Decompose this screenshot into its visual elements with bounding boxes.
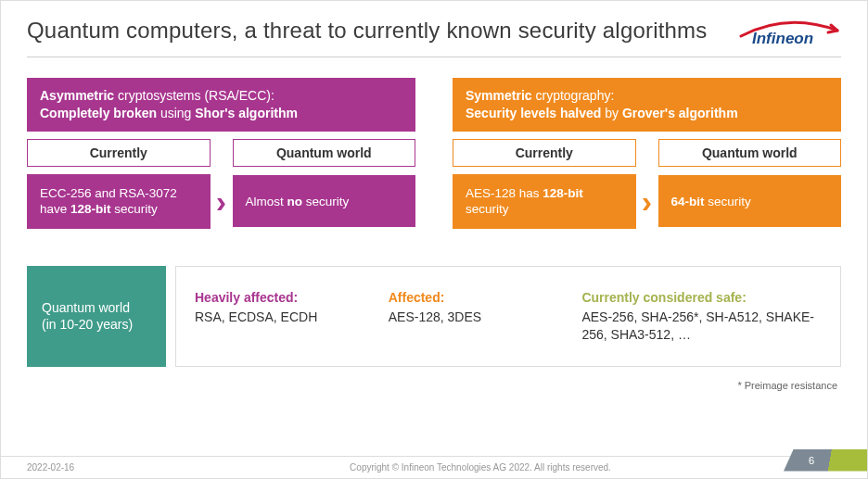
- slide-title: Quantum computers, a threat to currently…: [27, 18, 708, 44]
- asym-quantum-label: Quantum world: [233, 139, 416, 167]
- footer-date: 2022-02-16: [27, 462, 175, 473]
- summary-timeframe: Quantum world(in 10-20 years): [27, 266, 166, 367]
- asym-header: Asymmetric cryptosystems (RSA/ECC):Compl…: [27, 78, 415, 132]
- footer: 2022-02-16 Copyright © Infineon Technolo…: [1, 456, 867, 478]
- sym-currently-box: AES-128 has 128-bit security: [453, 174, 636, 229]
- heavily-affected-list: RSA, ECDSA, ECDH: [195, 309, 366, 326]
- footnote: * Preimage resistance: [27, 380, 841, 391]
- affected-list: AES-128, 3DES: [389, 309, 560, 326]
- sym-quantum-label: Quantum world: [658, 139, 842, 167]
- asym-currently-label: Currently: [27, 139, 211, 167]
- symmetric-column: Symmetric cryptography:Security levels h…: [453, 78, 841, 229]
- footer-copyright: Copyright © Infineon Technologies AG 202…: [175, 462, 785, 473]
- asym-currently-box: ECC-256 and RSA-3072 have 128-bit securi…: [27, 174, 211, 229]
- affected-title: Affected:: [389, 289, 560, 307]
- affected-block: Affected: AES-128, 3DES: [389, 289, 560, 344]
- safe-block: Currently considered safe: AES-256, SHA-…: [581, 289, 822, 344]
- heavily-affected-title: Heavily affected:: [195, 289, 366, 307]
- svg-text:Infineon: Infineon: [752, 30, 813, 47]
- chevron-right-icon: ›: [636, 185, 658, 217]
- summary-panel: Heavily affected: RSA, ECDSA, ECDH Affec…: [175, 266, 841, 367]
- heavily-affected-block: Heavily affected: RSA, ECDSA, ECDH: [195, 289, 366, 344]
- safe-list: AES-256, SHA-256*, SH-A512, SHAKE-256, S…: [581, 309, 822, 344]
- sym-header: Symmetric cryptography:Security levels h…: [453, 78, 841, 132]
- asym-quantum-box: Almost no security: [233, 175, 416, 227]
- infineon-logo: Infineon: [739, 18, 841, 51]
- asymmetric-column: Asymmetric cryptosystems (RSA/ECC):Compl…: [27, 78, 415, 229]
- safe-title: Currently considered safe:: [581, 289, 822, 307]
- chevron-right-icon: ›: [211, 185, 233, 217]
- sym-currently-label: Currently: [453, 139, 636, 167]
- page-number-badge: 6: [784, 449, 867, 472]
- sym-quantum-box: 64-bit security: [658, 175, 842, 227]
